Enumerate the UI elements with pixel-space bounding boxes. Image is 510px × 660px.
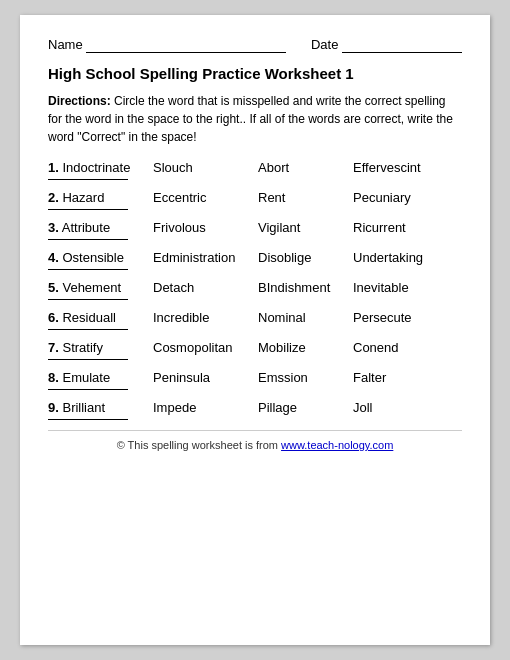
word2-9: Impede (153, 400, 258, 415)
num-word-5: 5. Vehement (48, 280, 153, 295)
footer-link[interactable]: www.teach-nology.com (281, 439, 393, 451)
num-word-3: 3. Attribute (48, 220, 153, 235)
footer: © This spelling worksheet is from www.te… (48, 430, 462, 451)
num-word-1: 1. Indoctrinate (48, 160, 153, 175)
word4-5: Inevitable (353, 280, 462, 295)
num-word-2: 2. Hazard (48, 190, 153, 205)
rows-container: 1. Indoctrinate Slouch Abort Effervescin… (48, 160, 462, 420)
word-row-3: 3. Attribute Frivolous Vigilant Ricurren… (48, 220, 462, 235)
word-row-6: 6. Residuall Incredible Nominal Persecut… (48, 310, 462, 325)
answer-line-9 (48, 419, 128, 420)
answer-line-6 (48, 329, 128, 330)
directions: Directions: Circle the word that is miss… (48, 92, 462, 146)
num-word-9: 9. Brilliant (48, 400, 153, 415)
word4-8: Falter (353, 370, 462, 385)
word3-4: Disoblige (258, 250, 353, 265)
date-label: Date (311, 37, 462, 53)
word2-4: Edministration (153, 250, 258, 265)
word-row-4: 4. Ostensible Edministration Disoblige U… (48, 250, 462, 265)
word3-5: BIndishment (258, 280, 353, 295)
answer-line-3 (48, 239, 128, 240)
num-word-4: 4. Ostensible (48, 250, 153, 265)
word-row-5: 5. Vehement Detach BIndishment Inevitabl… (48, 280, 462, 295)
answer-line-4 (48, 269, 128, 270)
word-row-1: 1. Indoctrinate Slouch Abort Effervescin… (48, 160, 462, 175)
num-word-8: 8. Emulate (48, 370, 153, 385)
answer-line-7 (48, 359, 128, 360)
word4-2: Pecuniary (353, 190, 462, 205)
num-word-6: 6. Residuall (48, 310, 153, 325)
word4-3: Ricurrent (353, 220, 462, 235)
name-label: Name (48, 37, 286, 53)
answer-line-8 (48, 389, 128, 390)
word-row-7: 7. Stratify Cosmopolitan Mobilize Conend (48, 340, 462, 355)
answer-line-2 (48, 209, 128, 210)
word4-4: Undertaking (353, 250, 462, 265)
worksheet-title: High School Spelling Practice Worksheet … (48, 65, 462, 82)
worksheet: Name Date High School Spelling Practice … (20, 15, 490, 645)
word2-3: Frivolous (153, 220, 258, 235)
word4-1: Effervescint (353, 160, 462, 175)
word3-9: Pillage (258, 400, 353, 415)
word2-8: Peninsula (153, 370, 258, 385)
answer-line-5 (48, 299, 128, 300)
word-row-2: 2. Hazard Eccentric Rent Pecuniary (48, 190, 462, 205)
directions-bold: Directions: (48, 94, 111, 108)
word3-7: Mobilize (258, 340, 353, 355)
word2-5: Detach (153, 280, 258, 295)
num-word-7: 7. Stratify (48, 340, 153, 355)
word4-9: Joll (353, 400, 462, 415)
answer-line-1 (48, 179, 128, 180)
word2-7: Cosmopolitan (153, 340, 258, 355)
word4-6: Persecute (353, 310, 462, 325)
word2-2: Eccentric (153, 190, 258, 205)
footer-text: © This spelling worksheet is from (117, 439, 281, 451)
word3-8: Emssion (258, 370, 353, 385)
word3-1: Abort (258, 160, 353, 175)
word3-6: Nominal (258, 310, 353, 325)
word3-2: Rent (258, 190, 353, 205)
header-line: Name Date (48, 37, 462, 53)
word2-1: Slouch (153, 160, 258, 175)
word-row-9: 9. Brilliant Impede Pillage Joll (48, 400, 462, 415)
word4-7: Conend (353, 340, 462, 355)
word2-6: Incredible (153, 310, 258, 325)
word-row-8: 8. Emulate Peninsula Emssion Falter (48, 370, 462, 385)
word3-3: Vigilant (258, 220, 353, 235)
